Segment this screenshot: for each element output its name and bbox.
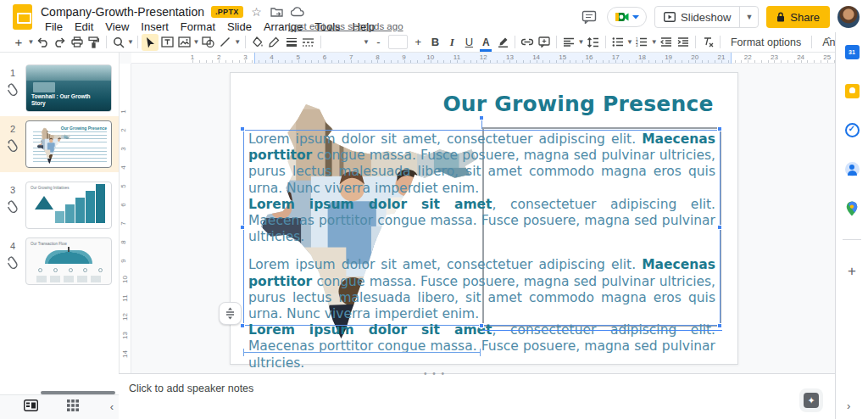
play-icon [664,12,676,22]
numbered-list-icon[interactable]: 123 [633,34,650,51]
filmstrip-view-button[interactable] [24,399,38,415]
comments-icon[interactable] [581,8,598,25]
clear-formatting-icon[interactable] [699,34,716,51]
underline-button[interactable]: U [460,34,477,51]
select-cursor-button[interactable] [142,34,159,51]
cloud-saved-icon[interactable] [291,5,304,19]
grid-view-button[interactable] [67,399,79,415]
zoom-caret[interactable]: ▼ [127,34,135,51]
speaker-notes-placeholder[interactable]: Click to add speaker notes [129,383,253,394]
paperclip-icon[interactable] [8,83,19,96]
new-slide-caret[interactable]: ▼ [27,34,35,51]
slide-thumbnail-row-1[interactable]: 1 Townhall : Our Growth Story [0,60,119,116]
slide-page[interactable]: Our Growing Presence Lorem ipsum dolor s… [230,72,738,365]
slideshow-button[interactable]: Slideshow ▼ [654,6,759,28]
slide-thumbnail-row-2[interactable]: 2 Our Growing Presence [0,116,119,172]
body-text[interactable]: Lorem ipsum dolor sit amet, consectetuer… [244,131,720,325]
resize-handle-n[interactable] [479,115,484,120]
increase-indent-icon[interactable] [675,34,692,51]
text-color-button[interactable]: A [477,34,494,51]
font-caret[interactable]: ▼ [363,34,370,51]
print-icon[interactable] [69,34,86,51]
insert-image-icon[interactable] [175,34,192,51]
resize-handle-nw[interactable] [240,126,245,131]
slide-1-thumbnail[interactable]: Townhall : Our Growth Story [25,64,112,112]
italic-button[interactable]: I [443,34,460,51]
slideshow-dropdown[interactable]: ▼ [739,7,758,27]
line-spacing-icon[interactable] [585,34,602,51]
align-icon[interactable] [560,34,577,51]
paperclip-icon[interactable] [8,256,19,269]
slide-thumbnail-row-4[interactable]: 4 Our Transaction Flow [0,233,119,289]
resize-handle-se[interactable] [717,323,722,328]
paperclip-icon[interactable] [8,139,19,152]
paperclip-icon[interactable] [8,200,19,213]
selected-text-box[interactable]: Lorem ipsum dolor sit amet, consectetuer… [243,130,721,326]
bold-button[interactable]: B [426,34,443,51]
slide-3-thumbnail[interactable]: Our Growing Initiatives [25,182,112,229]
hide-menus-chevron[interactable]: ⌃ [826,36,832,45]
resize-handle-s[interactable] [479,323,484,328]
ruler-number: 7 [349,53,353,61]
font-size-input[interactable] [388,35,408,49]
add-comment-icon[interactable] [536,34,553,51]
collapse-filmstrip-chevron[interactable]: ‹ [110,400,114,413]
image-caret[interactable]: ▼ [192,34,200,51]
undo-button[interactable] [35,34,52,51]
new-slide-button[interactable]: + [10,34,27,51]
decrease-font-button[interactable]: - [370,34,387,51]
decrease-indent-icon[interactable] [658,34,675,51]
slide-2-thumbnail[interactable]: Our Growing Presence [25,120,112,168]
bulleted-list-caret[interactable]: ▼ [626,34,634,51]
resize-handle-sw[interactable] [240,323,245,328]
insert-shape-icon[interactable] [200,34,217,51]
slide-title[interactable]: Our Growing Presence [438,92,718,116]
text-box-icon[interactable] [159,34,175,51]
speaker-notes-area[interactable]: • • • Click to add speaker notes ✦ [119,373,835,419]
border-color-icon[interactable] [266,34,283,51]
align-caret[interactable]: ▼ [577,34,585,51]
meet-button[interactable] [607,7,647,27]
horizontal-ruler[interactable]: 1234567891011121314151617181920212223242… [131,53,835,64]
slide-thumbnail-row-3[interactable]: 3 Our Growing Initiatives [0,177,119,233]
resize-handle-w[interactable] [240,225,245,230]
highlight-color-icon[interactable] [494,34,511,51]
increase-font-button[interactable]: + [409,34,426,51]
notes-resize-handle[interactable]: • • • [424,369,446,378]
tasks-icon[interactable] [844,122,860,138]
move-folder-icon[interactable] [270,5,284,19]
paint-format-icon[interactable] [86,34,103,51]
resize-handle-e[interactable] [717,225,722,230]
format-options-button[interactable]: Format options [724,36,808,48]
hide-side-panel-chevron[interactable]: › [847,399,850,412]
maps-icon[interactable] [844,200,860,216]
zoom-icon[interactable] [110,34,127,51]
border-weight-icon[interactable] [283,34,300,51]
slides-logo[interactable] [13,4,32,30]
redo-button[interactable] [52,34,69,51]
explore-button[interactable]: ✦ [799,388,823,412]
get-addons-button[interactable]: + [848,263,856,280]
calendar-icon[interactable]: 31 [844,44,860,60]
last-edit-link[interactable]: Last edit was seconds ago [288,21,403,31]
document-title[interactable]: Company-Growth-Presentation [41,5,204,19]
ruler-number: 24 [797,53,804,61]
resize-handle-ne[interactable] [717,126,722,131]
contacts-icon[interactable] [844,161,860,177]
slide-4-thumbnail[interactable]: Our Transaction Flow [25,237,112,285]
keep-icon[interactable] [844,83,860,99]
avatar[interactable] [837,6,860,28]
numbered-list-caret[interactable]: ▼ [650,34,658,51]
star-icon[interactable]: ☆ [250,5,264,19]
drag-handle[interactable] [219,302,242,325]
vertical-ruler[interactable]: 1234567891011121314 [120,64,131,373]
share-button[interactable]: Share [766,6,830,28]
insert-line-icon[interactable] [217,34,234,51]
line-caret[interactable]: ▼ [234,34,242,51]
google-slides-app: Company-Growth-Presentation .PPTX ☆ File… [0,0,868,419]
ruler-number: 25 [823,53,831,61]
fill-color-icon[interactable] [249,34,266,51]
insert-link-icon[interactable] [519,34,536,51]
bulleted-list-icon[interactable] [609,34,626,51]
border-dash-icon[interactable] [300,34,317,51]
